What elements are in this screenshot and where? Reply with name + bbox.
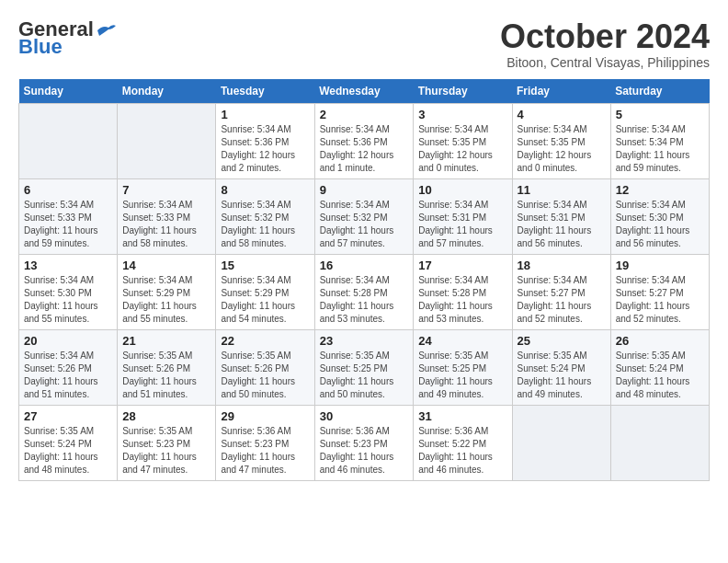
weekday-header-thursday: Thursday: [414, 79, 512, 104]
calendar-cell: 2Sunrise: 5:34 AM Sunset: 5:36 PM Daylig…: [314, 103, 414, 178]
day-info: Sunrise: 5:35 AM Sunset: 5:24 PM Dayligh…: [518, 350, 606, 401]
day-info: Sunrise: 5:35 AM Sunset: 5:24 PM Dayligh…: [24, 425, 112, 477]
day-info: Sunrise: 5:35 AM Sunset: 5:26 PM Dayligh…: [122, 350, 210, 401]
calendar-week-row: 27Sunrise: 5:35 AM Sunset: 5:24 PM Dayli…: [19, 405, 710, 480]
day-number: 16: [320, 259, 409, 272]
calendar-cell: 7Sunrise: 5:34 AM Sunset: 5:33 PM Daylig…: [118, 178, 216, 254]
day-info: Sunrise: 5:34 AM Sunset: 5:28 PM Dayligh…: [418, 274, 506, 326]
calendar-cell: 25Sunrise: 5:35 AM Sunset: 5:24 PM Dayli…: [512, 329, 610, 405]
day-number: 9: [320, 183, 409, 197]
page-header: General Blue October 2024 Bitoon, Centra…: [18, 18, 710, 70]
day-info: Sunrise: 5:34 AM Sunset: 5:35 PM Dayligh…: [518, 123, 606, 175]
calendar-cell: 5Sunrise: 5:34 AM Sunset: 5:34 PM Daylig…: [610, 103, 709, 178]
logo: General Blue: [18, 18, 116, 57]
day-info: Sunrise: 5:35 AM Sunset: 5:23 PM Dayligh…: [122, 425, 210, 477]
day-info: Sunrise: 5:36 AM Sunset: 5:23 PM Dayligh…: [221, 425, 309, 477]
calendar-cell: 3Sunrise: 5:34 AM Sunset: 5:35 PM Daylig…: [414, 103, 512, 178]
day-info: Sunrise: 5:36 AM Sunset: 5:23 PM Dayligh…: [320, 425, 409, 477]
weekday-header-monday: Monday: [118, 79, 216, 104]
day-info: Sunrise: 5:34 AM Sunset: 5:29 PM Dayligh…: [122, 274, 210, 326]
calendar-cell: 15Sunrise: 5:34 AM Sunset: 5:29 PM Dayli…: [216, 254, 314, 329]
day-info: Sunrise: 5:34 AM Sunset: 5:33 PM Dayligh…: [122, 199, 210, 250]
calendar-table: SundayMondayTuesdayWednesdayThursdayFrid…: [18, 79, 710, 481]
day-number: 12: [616, 183, 704, 197]
title-block: October 2024 Bitoon, Central Visayas, Ph…: [500, 18, 710, 70]
calendar-cell: [512, 405, 610, 480]
day-number: 6: [24, 183, 112, 197]
day-number: 15: [221, 259, 309, 272]
day-info: Sunrise: 5:35 AM Sunset: 5:25 PM Dayligh…: [320, 350, 409, 401]
calendar-cell: [19, 103, 118, 178]
logo-blue-text: Blue: [18, 37, 63, 57]
calendar-cell: 4Sunrise: 5:34 AM Sunset: 5:35 PM Daylig…: [512, 103, 610, 178]
day-number: 30: [320, 409, 409, 423]
day-number: 3: [418, 108, 506, 121]
calendar-cell: 16Sunrise: 5:34 AM Sunset: 5:28 PM Dayli…: [314, 254, 414, 329]
day-number: 10: [418, 183, 506, 197]
calendar-cell: 9Sunrise: 5:34 AM Sunset: 5:32 PM Daylig…: [314, 178, 414, 254]
day-info: Sunrise: 5:34 AM Sunset: 5:31 PM Dayligh…: [418, 199, 506, 250]
calendar-cell: 27Sunrise: 5:35 AM Sunset: 5:24 PM Dayli…: [19, 405, 118, 480]
day-info: Sunrise: 5:34 AM Sunset: 5:27 PM Dayligh…: [616, 274, 704, 326]
calendar-cell: 28Sunrise: 5:35 AM Sunset: 5:23 PM Dayli…: [118, 405, 216, 480]
calendar-cell: 29Sunrise: 5:36 AM Sunset: 5:23 PM Dayli…: [216, 405, 314, 480]
calendar-week-row: 20Sunrise: 5:34 AM Sunset: 5:26 PM Dayli…: [19, 329, 710, 405]
day-number: 26: [616, 334, 704, 348]
calendar-cell: 13Sunrise: 5:34 AM Sunset: 5:30 PM Dayli…: [19, 254, 118, 329]
day-number: 28: [122, 409, 210, 423]
day-info: Sunrise: 5:35 AM Sunset: 5:25 PM Dayligh…: [418, 350, 506, 401]
day-number: 17: [418, 259, 506, 272]
weekday-header-sunday: Sunday: [19, 79, 118, 104]
calendar-cell: 26Sunrise: 5:35 AM Sunset: 5:24 PM Dayli…: [610, 329, 709, 405]
location-subtitle: Bitoon, Central Visayas, Philippines: [500, 55, 710, 70]
day-number: 1: [221, 108, 309, 121]
day-info: Sunrise: 5:34 AM Sunset: 5:32 PM Dayligh…: [320, 199, 409, 250]
day-number: 19: [616, 259, 704, 272]
day-number: 8: [221, 183, 309, 197]
calendar-cell: 18Sunrise: 5:34 AM Sunset: 5:27 PM Dayli…: [512, 254, 610, 329]
day-info: Sunrise: 5:34 AM Sunset: 5:29 PM Dayligh…: [221, 274, 309, 326]
calendar-cell: 12Sunrise: 5:34 AM Sunset: 5:30 PM Dayli…: [610, 178, 709, 254]
calendar-cell: 14Sunrise: 5:34 AM Sunset: 5:29 PM Dayli…: [118, 254, 216, 329]
day-info: Sunrise: 5:34 AM Sunset: 5:34 PM Dayligh…: [616, 123, 704, 175]
calendar-cell: 23Sunrise: 5:35 AM Sunset: 5:25 PM Dayli…: [314, 329, 414, 405]
calendar-cell: [118, 103, 216, 178]
day-number: 18: [518, 259, 606, 272]
day-number: 13: [24, 259, 112, 272]
weekday-header-tuesday: Tuesday: [216, 79, 314, 104]
day-info: Sunrise: 5:34 AM Sunset: 5:27 PM Dayligh…: [518, 274, 606, 326]
calendar-cell: 20Sunrise: 5:34 AM Sunset: 5:26 PM Dayli…: [19, 329, 118, 405]
day-number: 14: [122, 259, 210, 272]
day-number: 4: [518, 108, 606, 121]
calendar-week-row: 6Sunrise: 5:34 AM Sunset: 5:33 PM Daylig…: [19, 178, 710, 254]
calendar-cell: 19Sunrise: 5:34 AM Sunset: 5:27 PM Dayli…: [610, 254, 709, 329]
day-number: 22: [221, 334, 309, 348]
day-number: 23: [320, 334, 409, 348]
calendar-cell: 11Sunrise: 5:34 AM Sunset: 5:31 PM Dayli…: [512, 178, 610, 254]
day-info: Sunrise: 5:34 AM Sunset: 5:30 PM Dayligh…: [616, 199, 704, 250]
day-info: Sunrise: 5:34 AM Sunset: 5:30 PM Dayligh…: [24, 274, 112, 326]
day-number: 27: [24, 409, 112, 423]
weekday-header-row: SundayMondayTuesdayWednesdayThursdayFrid…: [19, 79, 710, 104]
day-info: Sunrise: 5:34 AM Sunset: 5:26 PM Dayligh…: [24, 350, 112, 401]
weekday-header-saturday: Saturday: [610, 79, 709, 104]
day-number: 7: [122, 183, 210, 197]
weekday-header-wednesday: Wednesday: [314, 79, 414, 104]
day-info: Sunrise: 5:35 AM Sunset: 5:24 PM Dayligh…: [616, 350, 704, 401]
calendar-week-row: 1Sunrise: 5:34 AM Sunset: 5:36 PM Daylig…: [19, 103, 710, 178]
calendar-cell: 17Sunrise: 5:34 AM Sunset: 5:28 PM Dayli…: [414, 254, 512, 329]
day-info: Sunrise: 5:34 AM Sunset: 5:28 PM Dayligh…: [320, 274, 409, 326]
day-info: Sunrise: 5:34 AM Sunset: 5:31 PM Dayligh…: [518, 199, 606, 250]
day-number: 2: [320, 108, 409, 121]
weekday-header-friday: Friday: [512, 79, 610, 104]
calendar-cell: 22Sunrise: 5:35 AM Sunset: 5:26 PM Dayli…: [216, 329, 314, 405]
day-number: 31: [418, 409, 506, 423]
day-number: 5: [616, 108, 704, 121]
day-number: 20: [24, 334, 112, 348]
calendar-cell: 24Sunrise: 5:35 AM Sunset: 5:25 PM Dayli…: [414, 329, 512, 405]
day-info: Sunrise: 5:34 AM Sunset: 5:35 PM Dayligh…: [418, 123, 506, 175]
day-number: 21: [122, 334, 210, 348]
calendar-week-row: 13Sunrise: 5:34 AM Sunset: 5:30 PM Dayli…: [19, 254, 710, 329]
calendar-cell: 21Sunrise: 5:35 AM Sunset: 5:26 PM Dayli…: [118, 329, 216, 405]
day-number: 11: [518, 183, 606, 197]
